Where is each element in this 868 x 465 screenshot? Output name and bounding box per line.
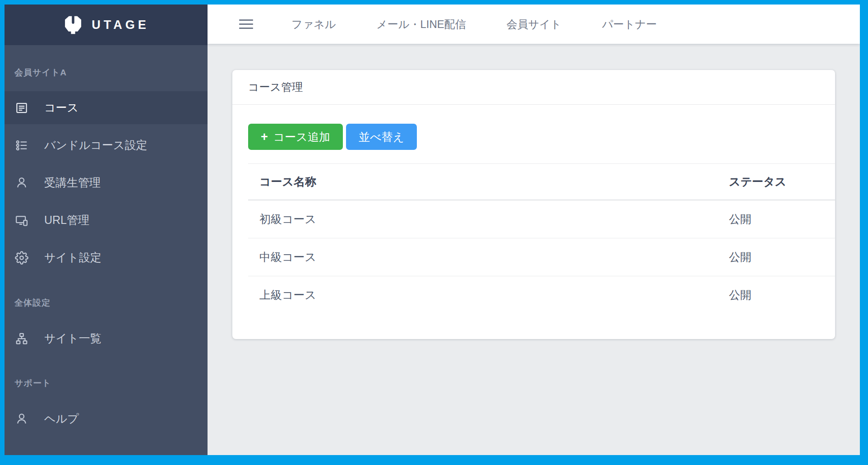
person-icon	[14, 176, 29, 190]
toolbar: + コース追加 並べ替え	[248, 124, 835, 150]
topnav-item-member-site[interactable]: 会員サイト	[507, 17, 562, 32]
sidebar-item-help[interactable]: ヘルプ	[5, 402, 208, 435]
status-cell: 公開	[718, 200, 835, 238]
sidebar-item-label: コース	[44, 100, 78, 115]
sidebar-item-student-management[interactable]: 受講生管理	[5, 166, 208, 199]
status-cell: 公開	[718, 276, 835, 314]
course-name-cell: 中級コース	[248, 238, 718, 276]
topnav-item-partner[interactable]: パートナー	[602, 17, 657, 32]
hamburger-menu-icon[interactable]	[239, 19, 253, 29]
sidebar-item-bundle-course-settings[interactable]: バンドルコース設定	[5, 129, 208, 162]
sort-button[interactable]: 並べ替え	[346, 124, 417, 150]
course-name-cell: 上級コース	[248, 276, 718, 314]
table-row[interactable]: 中級コース 公開	[248, 238, 835, 276]
sidebar-item-site-list[interactable]: サイト一覧	[5, 322, 208, 355]
app-window: UTAGE 会員サイトA コース バンドルコース設定	[5, 5, 860, 455]
sidebar-item-courses[interactable]: コース	[5, 91, 208, 124]
topnav-links: ファネル メール・LINE配信 会員サイト パートナー	[291, 17, 657, 32]
list-icon	[14, 138, 29, 153]
topnav-item-funnel[interactable]: ファネル	[291, 17, 336, 32]
sidebar-item-label: サイト設定	[44, 250, 102, 265]
utage-u-mark-icon	[63, 14, 83, 36]
course-management-card: コース管理 + コース追加 並べ替え コース名称	[232, 70, 835, 339]
logo[interactable]: UTAGE	[5, 5, 208, 45]
devices-icon	[14, 213, 29, 228]
column-header-status: ステータス	[718, 164, 835, 200]
topnav-item-mail-line[interactable]: メール・LINE配信	[376, 17, 466, 32]
page-title: コース管理	[248, 80, 303, 94]
status-cell: 公開	[718, 238, 835, 276]
add-course-label: コース追加	[273, 130, 330, 144]
sidebar-section-member-site: 会員サイトA	[5, 67, 208, 79]
person-icon	[14, 412, 29, 426]
sidebar-section-support: サポート	[5, 377, 208, 389]
main-area: ファネル メール・LINE配信 会員サイト パートナー コース管理 + コース追…	[208, 5, 860, 455]
plus-icon: +	[261, 131, 268, 143]
brand-name: UTAGE	[92, 18, 149, 32]
sidebar-item-label: URL管理	[44, 213, 89, 228]
sidebar: UTAGE 会員サイトA コース バンドルコース設定	[5, 5, 208, 455]
sidebar-item-site-settings[interactable]: サイト設定	[5, 241, 208, 274]
document-icon	[14, 101, 29, 115]
sidebar-section-global-settings: 全体設定	[5, 297, 208, 309]
sidebar-item-label: ヘルプ	[44, 411, 79, 426]
card-header: コース管理	[232, 70, 835, 105]
table-header-row: コース名称 ステータス	[248, 164, 835, 200]
course-table: コース名称 ステータス 初級コース 公開 中級コース 公開	[248, 163, 835, 314]
content-area: コース管理 + コース追加 並べ替え コース名称	[208, 44, 860, 455]
top-navbar: ファネル メール・LINE配信 会員サイト パートナー	[208, 5, 860, 44]
gear-icon	[14, 251, 29, 265]
table-row[interactable]: 初級コース 公開	[248, 200, 835, 238]
sidebar-item-label: バンドルコース設定	[44, 138, 148, 153]
add-course-button[interactable]: + コース追加	[248, 124, 343, 150]
sitemap-icon	[14, 331, 29, 346]
sidebar-item-label: 受講生管理	[44, 175, 101, 190]
sidebar-item-url-management[interactable]: URL管理	[5, 204, 208, 237]
table-row[interactable]: 上級コース 公開	[248, 276, 835, 314]
course-name-cell: 初級コース	[248, 200, 718, 238]
card-body: + コース追加 並べ替え コース名称 ステータス	[232, 105, 835, 314]
sidebar-item-label: サイト一覧	[44, 331, 102, 346]
column-header-course-name: コース名称	[248, 164, 718, 200]
